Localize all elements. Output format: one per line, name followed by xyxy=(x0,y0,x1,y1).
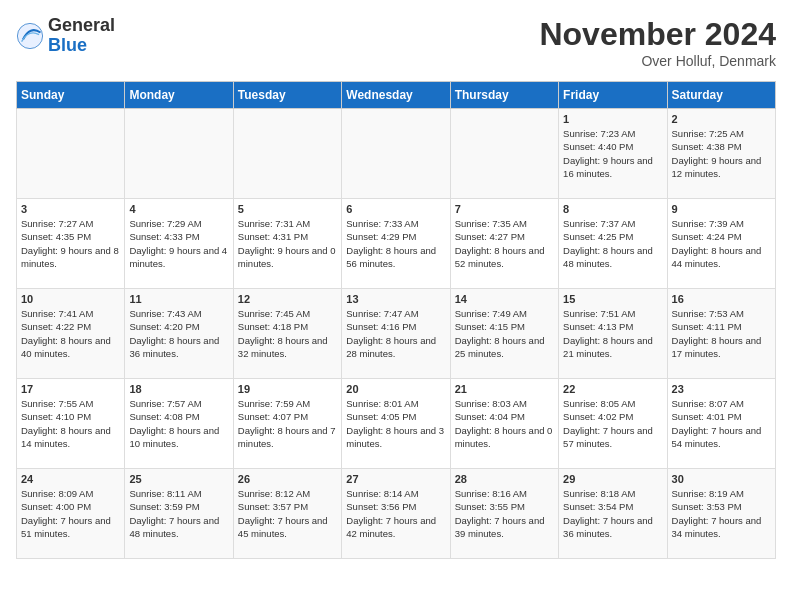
calendar-cell: 27Sunrise: 8:14 AM Sunset: 3:56 PM Dayli… xyxy=(342,469,450,559)
day-info: Sunrise: 7:55 AM Sunset: 4:10 PM Dayligh… xyxy=(21,397,120,450)
calendar-cell: 9Sunrise: 7:39 AM Sunset: 4:24 PM Daylig… xyxy=(667,199,775,289)
calendar-cell: 28Sunrise: 8:16 AM Sunset: 3:55 PM Dayli… xyxy=(450,469,558,559)
day-number: 15 xyxy=(563,293,662,305)
calendar-cell xyxy=(450,109,558,199)
weekday-header: Monday xyxy=(125,82,233,109)
location: Over Holluf, Denmark xyxy=(539,53,776,69)
day-info: Sunrise: 7:47 AM Sunset: 4:16 PM Dayligh… xyxy=(346,307,445,360)
day-number: 21 xyxy=(455,383,554,395)
calendar-cell: 8Sunrise: 7:37 AM Sunset: 4:25 PM Daylig… xyxy=(559,199,667,289)
day-info: Sunrise: 7:57 AM Sunset: 4:08 PM Dayligh… xyxy=(129,397,228,450)
day-number: 8 xyxy=(563,203,662,215)
day-number: 24 xyxy=(21,473,120,485)
day-info: Sunrise: 8:01 AM Sunset: 4:05 PM Dayligh… xyxy=(346,397,445,450)
calendar-week-row: 3Sunrise: 7:27 AM Sunset: 4:35 PM Daylig… xyxy=(17,199,776,289)
weekday-header: Friday xyxy=(559,82,667,109)
calendar-cell: 24Sunrise: 8:09 AM Sunset: 4:00 PM Dayli… xyxy=(17,469,125,559)
day-info: Sunrise: 7:43 AM Sunset: 4:20 PM Dayligh… xyxy=(129,307,228,360)
day-info: Sunrise: 8:14 AM Sunset: 3:56 PM Dayligh… xyxy=(346,487,445,540)
logo-text: General Blue xyxy=(48,16,115,56)
weekday-header: Thursday xyxy=(450,82,558,109)
day-info: Sunrise: 8:18 AM Sunset: 3:54 PM Dayligh… xyxy=(563,487,662,540)
day-number: 23 xyxy=(672,383,771,395)
calendar-cell: 12Sunrise: 7:45 AM Sunset: 4:18 PM Dayli… xyxy=(233,289,341,379)
day-number: 14 xyxy=(455,293,554,305)
day-info: Sunrise: 8:11 AM Sunset: 3:59 PM Dayligh… xyxy=(129,487,228,540)
day-number: 18 xyxy=(129,383,228,395)
day-number: 25 xyxy=(129,473,228,485)
calendar-header: SundayMondayTuesdayWednesdayThursdayFrid… xyxy=(17,82,776,109)
day-info: Sunrise: 7:41 AM Sunset: 4:22 PM Dayligh… xyxy=(21,307,120,360)
day-number: 2 xyxy=(672,113,771,125)
calendar-week-row: 1Sunrise: 7:23 AM Sunset: 4:40 PM Daylig… xyxy=(17,109,776,199)
calendar: SundayMondayTuesdayWednesdayThursdayFrid… xyxy=(16,81,776,559)
day-number: 13 xyxy=(346,293,445,305)
day-info: Sunrise: 8:03 AM Sunset: 4:04 PM Dayligh… xyxy=(455,397,554,450)
logo-icon xyxy=(16,22,44,50)
logo-blue: Blue xyxy=(48,36,115,56)
page-header: General Blue November 2024 Over Holluf, … xyxy=(16,16,776,69)
day-info: Sunrise: 8:05 AM Sunset: 4:02 PM Dayligh… xyxy=(563,397,662,450)
day-info: Sunrise: 7:37 AM Sunset: 4:25 PM Dayligh… xyxy=(563,217,662,270)
calendar-body: 1Sunrise: 7:23 AM Sunset: 4:40 PM Daylig… xyxy=(17,109,776,559)
day-number: 29 xyxy=(563,473,662,485)
calendar-week-row: 17Sunrise: 7:55 AM Sunset: 4:10 PM Dayli… xyxy=(17,379,776,469)
calendar-cell: 30Sunrise: 8:19 AM Sunset: 3:53 PM Dayli… xyxy=(667,469,775,559)
day-info: Sunrise: 7:59 AM Sunset: 4:07 PM Dayligh… xyxy=(238,397,337,450)
calendar-cell: 19Sunrise: 7:59 AM Sunset: 4:07 PM Dayli… xyxy=(233,379,341,469)
calendar-cell: 4Sunrise: 7:29 AM Sunset: 4:33 PM Daylig… xyxy=(125,199,233,289)
day-info: Sunrise: 7:39 AM Sunset: 4:24 PM Dayligh… xyxy=(672,217,771,270)
calendar-cell: 20Sunrise: 8:01 AM Sunset: 4:05 PM Dayli… xyxy=(342,379,450,469)
weekday-header: Wednesday xyxy=(342,82,450,109)
day-number: 3 xyxy=(21,203,120,215)
calendar-cell: 1Sunrise: 7:23 AM Sunset: 4:40 PM Daylig… xyxy=(559,109,667,199)
calendar-week-row: 24Sunrise: 8:09 AM Sunset: 4:00 PM Dayli… xyxy=(17,469,776,559)
day-number: 17 xyxy=(21,383,120,395)
calendar-cell: 14Sunrise: 7:49 AM Sunset: 4:15 PM Dayli… xyxy=(450,289,558,379)
day-number: 27 xyxy=(346,473,445,485)
weekday-header: Tuesday xyxy=(233,82,341,109)
day-number: 9 xyxy=(672,203,771,215)
calendar-cell: 3Sunrise: 7:27 AM Sunset: 4:35 PM Daylig… xyxy=(17,199,125,289)
calendar-cell xyxy=(17,109,125,199)
day-number: 26 xyxy=(238,473,337,485)
title-section: November 2024 Over Holluf, Denmark xyxy=(539,16,776,69)
day-info: Sunrise: 7:25 AM Sunset: 4:38 PM Dayligh… xyxy=(672,127,771,180)
day-info: Sunrise: 7:35 AM Sunset: 4:27 PM Dayligh… xyxy=(455,217,554,270)
day-info: Sunrise: 8:16 AM Sunset: 3:55 PM Dayligh… xyxy=(455,487,554,540)
day-info: Sunrise: 8:12 AM Sunset: 3:57 PM Dayligh… xyxy=(238,487,337,540)
day-number: 7 xyxy=(455,203,554,215)
calendar-cell: 10Sunrise: 7:41 AM Sunset: 4:22 PM Dayli… xyxy=(17,289,125,379)
weekday-header: Sunday xyxy=(17,82,125,109)
calendar-cell: 11Sunrise: 7:43 AM Sunset: 4:20 PM Dayli… xyxy=(125,289,233,379)
calendar-cell: 29Sunrise: 8:18 AM Sunset: 3:54 PM Dayli… xyxy=(559,469,667,559)
calendar-cell: 7Sunrise: 7:35 AM Sunset: 4:27 PM Daylig… xyxy=(450,199,558,289)
calendar-cell xyxy=(233,109,341,199)
calendar-cell xyxy=(125,109,233,199)
day-info: Sunrise: 7:23 AM Sunset: 4:40 PM Dayligh… xyxy=(563,127,662,180)
month-title: November 2024 xyxy=(539,16,776,53)
calendar-cell: 6Sunrise: 7:33 AM Sunset: 4:29 PM Daylig… xyxy=(342,199,450,289)
day-number: 4 xyxy=(129,203,228,215)
day-number: 10 xyxy=(21,293,120,305)
calendar-cell: 16Sunrise: 7:53 AM Sunset: 4:11 PM Dayli… xyxy=(667,289,775,379)
day-number: 30 xyxy=(672,473,771,485)
calendar-cell: 25Sunrise: 8:11 AM Sunset: 3:59 PM Dayli… xyxy=(125,469,233,559)
weekday-row: SundayMondayTuesdayWednesdayThursdayFrid… xyxy=(17,82,776,109)
day-number: 16 xyxy=(672,293,771,305)
logo-general: General xyxy=(48,16,115,36)
day-number: 22 xyxy=(563,383,662,395)
day-number: 5 xyxy=(238,203,337,215)
calendar-cell: 2Sunrise: 7:25 AM Sunset: 4:38 PM Daylig… xyxy=(667,109,775,199)
day-number: 28 xyxy=(455,473,554,485)
weekday-header: Saturday xyxy=(667,82,775,109)
logo: General Blue xyxy=(16,16,115,56)
day-number: 11 xyxy=(129,293,228,305)
day-info: Sunrise: 7:33 AM Sunset: 4:29 PM Dayligh… xyxy=(346,217,445,270)
day-info: Sunrise: 8:19 AM Sunset: 3:53 PM Dayligh… xyxy=(672,487,771,540)
day-info: Sunrise: 7:51 AM Sunset: 4:13 PM Dayligh… xyxy=(563,307,662,360)
calendar-cell: 13Sunrise: 7:47 AM Sunset: 4:16 PM Dayli… xyxy=(342,289,450,379)
day-info: Sunrise: 7:53 AM Sunset: 4:11 PM Dayligh… xyxy=(672,307,771,360)
calendar-cell: 23Sunrise: 8:07 AM Sunset: 4:01 PM Dayli… xyxy=(667,379,775,469)
calendar-cell xyxy=(342,109,450,199)
